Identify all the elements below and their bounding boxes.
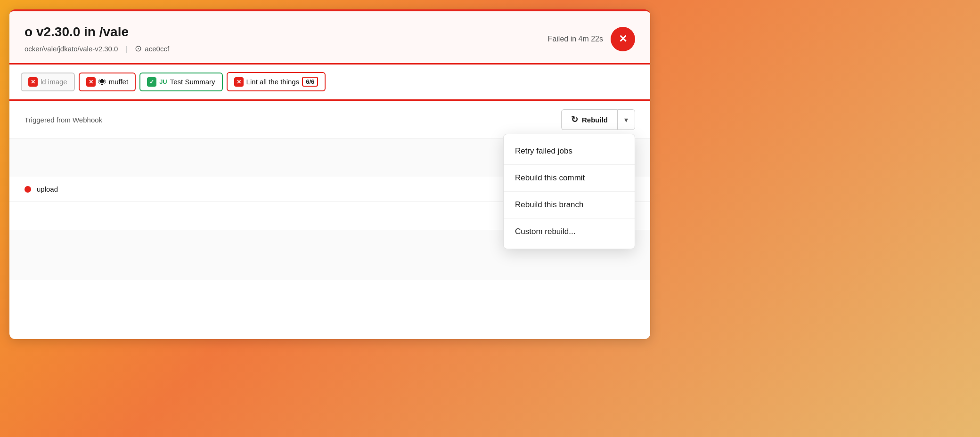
retry-failed-jobs-item[interactable]: Retry failed jobs: [504, 138, 635, 165]
tab-passed-icon: ✓: [147, 77, 156, 87]
tab-muffet[interactable]: ✕ 🕷 muffet: [79, 73, 136, 91]
close-button[interactable]: ✕: [611, 27, 635, 51]
tab-count-badge: 6/6: [302, 77, 318, 87]
tab-failed-icon: ✕: [28, 77, 38, 87]
retry-failed-label: Retry failed jobs: [515, 146, 572, 155]
status-badge: Failed in 4m 22s: [548, 35, 603, 43]
rebuild-dropdown-button[interactable]: ▾: [617, 109, 635, 130]
commit-info: ⊙ ace0ccf: [135, 43, 169, 54]
tab-failed-icon: ✕: [234, 77, 244, 87]
rebuild-branch-label: Rebuild this branch: [515, 200, 584, 209]
rebuild-dropdown-menu: Retry failed jobs Rebuild this commit Re…: [503, 134, 635, 249]
header: o v2.30.0 in /vale ocker/vale/jdkato/val…: [9, 11, 650, 65]
rebuild-group: ↻ Rebuild ▾: [561, 109, 635, 130]
github-icon: ⊙: [135, 43, 142, 54]
close-icon: ✕: [619, 33, 627, 45]
tab-label: Test Summary: [170, 78, 215, 86]
tab-label: ld image: [41, 78, 67, 86]
tabs-bar: ✕ ld image ✕ 🕷 muffet ✓ JU Test Summary …: [9, 65, 650, 99]
tab-failed-icon: ✕: [86, 77, 96, 87]
tab-label: Lint all the things: [246, 78, 300, 86]
spider-icon: 🕷: [98, 78, 106, 86]
header-left: o v2.30.0 in /vale ocker/vale/jdkato/val…: [24, 24, 169, 54]
header-meta: ocker/vale/jdkato/vale-v2.30.0 | ⊙ ace0c…: [24, 43, 169, 54]
rebuild-label: Rebuild: [582, 116, 608, 124]
custom-rebuild-item[interactable]: Custom rebuild...: [504, 218, 635, 245]
page-title: o v2.30.0 in /vale: [24, 24, 169, 40]
tab-test-summary[interactable]: ✓ JU Test Summary: [139, 73, 222, 91]
tab-lint-all[interactable]: ✕ Lint all the things 6/6: [227, 72, 326, 91]
rebuild-commit-label: Rebuild this commit: [515, 173, 585, 182]
rebuild-branch-item[interactable]: Rebuild this branch: [504, 192, 635, 218]
pipeline-path: ocker/vale/jdkato/vale-v2.30.0: [24, 45, 118, 53]
meta-divider: |: [125, 45, 127, 53]
header-right: Failed in 4m 22s ✕: [548, 27, 635, 51]
rebuild-commit-item[interactable]: Rebuild this commit: [504, 165, 635, 192]
trigger-bar: Triggered from Webhook ↻ Rebuild ▾ Retry…: [9, 101, 650, 139]
commit-hash: ace0ccf: [145, 45, 169, 53]
tab-label: muffet: [109, 78, 128, 86]
chevron-down-icon: ▾: [624, 115, 628, 124]
rebuild-icon: ↻: [571, 114, 578, 125]
main-card: o v2.30.0 in /vale ocker/vale/jdkato/val…: [9, 9, 650, 339]
tab-build-image[interactable]: ✕ ld image: [21, 73, 75, 91]
trigger-text: Triggered from Webhook: [24, 116, 102, 124]
junit-icon: JU: [159, 78, 167, 85]
job-status-dot: [24, 186, 31, 193]
rebuild-button[interactable]: ↻ Rebuild: [561, 109, 617, 130]
job-name: upload: [37, 185, 58, 193]
custom-rebuild-label: Custom rebuild...: [515, 227, 576, 236]
job-row-left: upload: [24, 185, 58, 193]
rebuild-wrapper: ↻ Rebuild ▾ Retry failed jobs Rebuild th…: [561, 109, 635, 130]
